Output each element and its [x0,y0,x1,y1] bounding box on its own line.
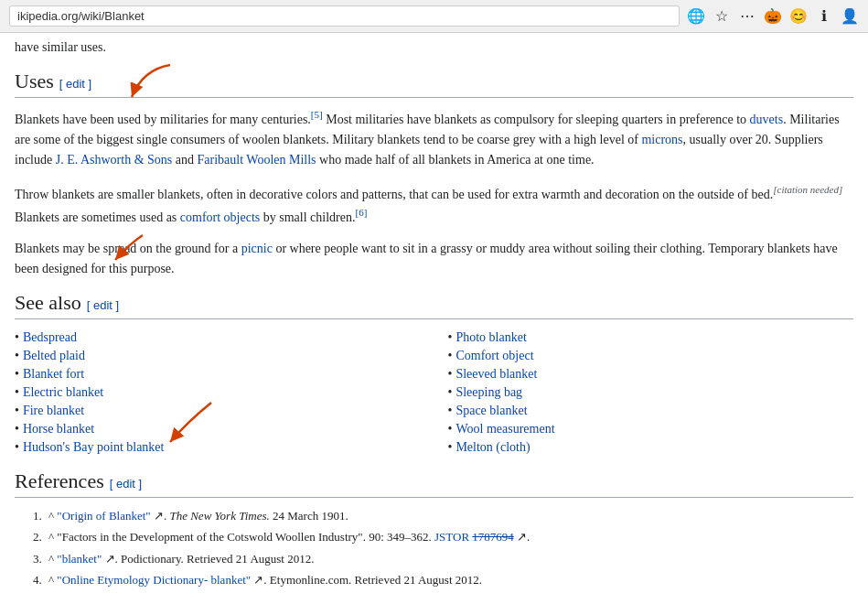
see-also-right-col: Photo blanket Comfort object Sleeved bla… [421,329,854,457]
list-item: Wool measurement [448,420,854,438]
list-item: Hudson's Bay point blanket [15,438,421,457]
see-also-section: See also [ edit ] Bedspread Belted plaid… [15,291,853,457]
top-text: have similar uses. [15,40,853,55]
bedspread-link[interactable]: Bedspread [23,330,77,345]
uses-para-3: Blankets may be spread on the ground for… [15,239,853,280]
ref1-link[interactable]: "Origin of Blanket" [57,509,150,523]
list-item: Belted plaid [15,347,421,365]
electric-blanket-link[interactable]: Electric blanket [23,385,103,400]
list-item: Blanket fort [15,365,421,383]
references-section: References [ edit ] 1. ^ "Origin of Blan… [15,469,853,589]
blanket-fort-link[interactable]: Blanket fort [23,367,84,382]
list-item: Photo blanket [448,329,854,347]
list-item: Horse blanket [15,420,421,438]
ref2-jstor-link[interactable]: JSTOR 1787694 [434,530,514,544]
references-heading: References [ edit ] [15,469,853,498]
reference-item: 1. ^ "Origin of Blanket" ↗. The New York… [33,507,853,525]
star-icon[interactable]: ☆ [713,7,731,26]
reference-item: 4. ^ "Online Etymology Dictionary- blank… [33,571,853,589]
fire-blanket-link[interactable]: Fire blanket [23,404,84,418]
space-blanket-link[interactable]: Space blanket [455,404,527,418]
photo-blanket-link[interactable]: Photo blanket [455,330,526,345]
emoji1-icon[interactable]: 🎃 [764,7,782,26]
uses-section: Uses [ edit ] Blankets have been used by… [15,70,853,280]
user-icon[interactable]: 👤 [841,7,859,26]
see-also-columns: Bedspread Belted plaid Blanket fort Elec… [15,329,853,457]
sleeping-bag-link[interactable]: Sleeping bag [455,385,522,400]
belted-plaid-link[interactable]: Belted plaid [23,349,85,363]
list-item: Bedspread [15,329,421,347]
wool-measurement-link[interactable]: Wool measurement [455,422,554,437]
menu-icon[interactable]: ⋯ [738,7,756,26]
list-item: Comfort object [448,347,854,365]
sleeved-blanket-link[interactable]: Sleeved blanket [455,367,537,382]
list-item: Melton (cloth) [448,438,854,457]
ref3-link[interactable]: "blanket" [57,552,102,566]
reference-item: 3. ^ "blanket" ↗. Podictionary. Retrieve… [33,550,853,568]
uses-edit-link[interactable]: [ edit ] [59,77,91,91]
see-also-heading: See also [ edit ] [15,291,853,319]
ref4-link[interactable]: "Online Etymology Dictionary- blanket" [57,573,251,587]
content-area: have similar uses. Uses [ edit ] Blanket… [0,33,868,593]
see-also-heading-text: See also [15,291,81,315]
uses-heading: Uses [ edit ] [15,70,853,98]
list-item: Sleeved blanket [448,365,854,383]
translate-icon[interactable]: 🌐 [687,7,705,26]
url-bar[interactable]: ikipedia.org/wiki/Blanket [9,5,680,27]
uses-para-1: Blankets have been used by militaries fo… [15,107,853,171]
horse-blanket-link[interactable]: Horse blanket [23,422,94,437]
list-item: Fire blanket [15,402,421,420]
see-also-left-col: Bedspread Belted plaid Blanket fort Elec… [15,329,421,457]
hudsons-bay-link[interactable]: Hudson's Bay point blanket [23,440,165,455]
reference-item: 2. ^ "Factors in the Development of the … [33,528,853,546]
browser-bar: ikipedia.org/wiki/Blanket 🌐 ☆ ⋯ 🎃 😊 ℹ 👤 [0,0,868,33]
references-heading-text: References [15,469,104,493]
uses-heading-text: Uses [15,70,54,93]
info-icon[interactable]: ℹ [815,7,833,26]
emoji2-icon[interactable]: 😊 [789,7,808,26]
comfort-object-link[interactable]: Comfort object [455,349,533,363]
see-also-edit-link[interactable]: [ edit ] [87,298,119,312]
see-also-left-list: Bedspread Belted plaid Blanket fort Elec… [15,329,421,457]
list-item: Space blanket [448,402,854,420]
references-edit-link[interactable]: [ edit ] [110,477,142,491]
see-also-right-list: Photo blanket Comfort object Sleeved bla… [448,329,854,457]
melton-cloth-link[interactable]: Melton (cloth) [455,440,530,455]
references-list: 1. ^ "Origin of Blanket" ↗. The New York… [15,507,853,589]
list-item: Electric blanket [15,383,421,402]
uses-para-2: Throw blankets are smaller blankets, oft… [15,182,853,228]
list-item: Sleeping bag [448,383,854,402]
